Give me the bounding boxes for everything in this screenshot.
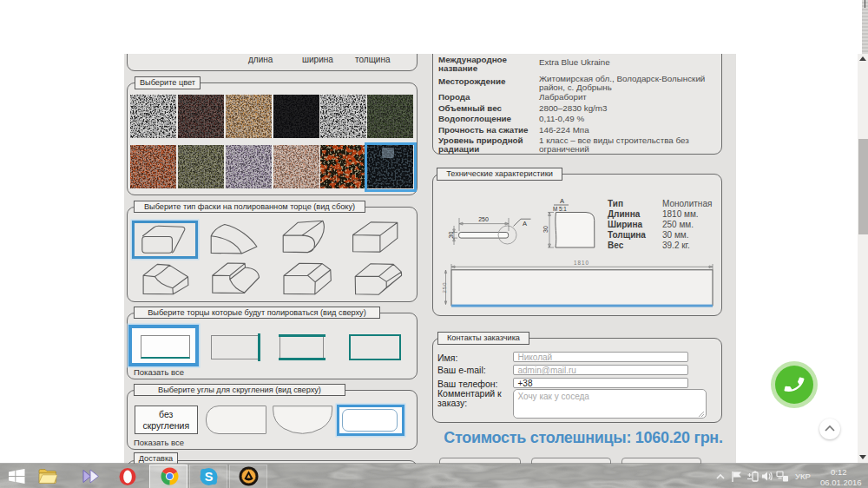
svg-text:250: 250 [442,281,447,293]
svg-text:1810: 1810 [574,260,589,266]
svg-text:30: 30 [448,232,454,239]
svg-text:A: A [560,197,564,205]
svg-text:30: 30 [542,226,549,233]
svg-text:S: S [205,470,214,484]
svg-text:250: 250 [478,216,489,222]
svg-text:М 5:1: М 5:1 [553,206,567,212]
svg-text:A: A [523,220,527,228]
